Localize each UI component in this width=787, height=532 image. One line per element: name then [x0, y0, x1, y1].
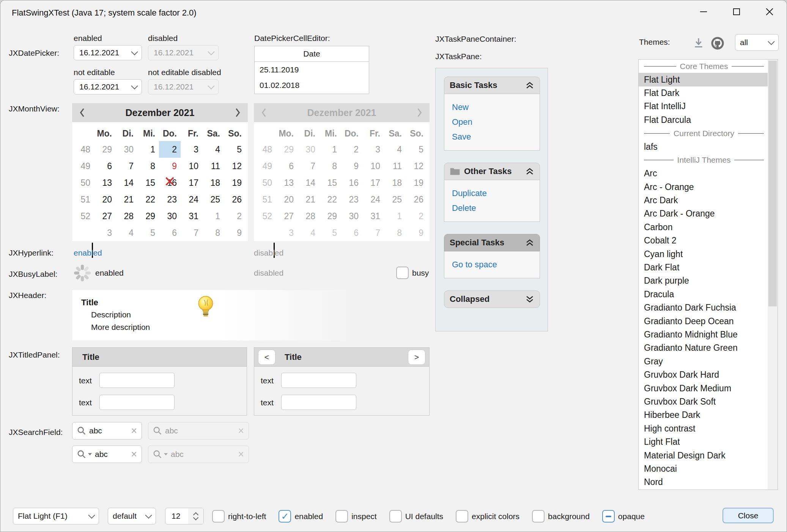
search-input[interactable]	[95, 450, 128, 459]
theme-list-item[interactable]: Flat IntelliJ Flat IntelliJ	[639, 100, 768, 113]
day-cell[interactable]: 17	[181, 174, 202, 191]
theme-list-item[interactable]: High contrast High contrast	[639, 422, 768, 435]
close-button[interactable]: Close	[722, 508, 774, 523]
day-cell[interactable]: 1	[137, 141, 159, 158]
day-cell[interactable]: 11	[202, 158, 224, 174]
day-cell[interactable]: 30	[116, 141, 137, 158]
themes-filter-combobox[interactable]: all	[735, 34, 779, 51]
text-input[interactable]	[99, 395, 175, 410]
option-checkbox[interactable]: ✓ enabled	[279, 510, 323, 523]
day-cell[interactable]: 1	[202, 208, 224, 224]
theme-list-item[interactable]: Dracula Dracula	[639, 288, 768, 301]
clear-search-icon[interactable]: ×	[131, 449, 137, 460]
theme-list-item[interactable]: Flat Light Flat Light	[639, 73, 768, 86]
theme-list-item[interactable]: IntelliJ Themes IntelliJ Themes	[639, 154, 768, 167]
day-cell[interactable]: 28	[116, 208, 137, 224]
theme-list-item[interactable]: Gradianto Midnight Blue Gradianto Midnig…	[639, 328, 768, 341]
day-cell[interactable]: 8	[202, 224, 224, 241]
day-cell[interactable]: 24	[181, 191, 202, 208]
day-cell[interactable]: 9	[224, 224, 246, 241]
day-cell[interactable]: 3	[181, 141, 202, 158]
theme-list-item[interactable]: Monocai Monocai	[639, 462, 768, 476]
search-dropdown-icon[interactable]	[88, 453, 92, 455]
table-row[interactable]: 25.11.2019	[255, 62, 369, 77]
day-cell[interactable]: 19	[224, 174, 246, 191]
search-input[interactable]	[89, 426, 128, 435]
day-cell[interactable]: 29	[137, 208, 159, 224]
day-cell[interactable]: 21	[116, 191, 137, 208]
download-icon[interactable]	[693, 37, 705, 49]
close-window-button[interactable]	[758, 3, 781, 20]
day-cell[interactable]: 2	[224, 208, 246, 224]
day-cell[interactable]: 15	[137, 174, 159, 191]
taskpane-header[interactable]: Basic Tasks	[444, 77, 540, 94]
spinner-buttons[interactable]	[188, 508, 203, 524]
theme-list-item[interactable]: Carbon Carbon	[639, 221, 768, 234]
text-input[interactable]	[281, 395, 356, 410]
task-link[interactable]: Go to space	[452, 260, 532, 270]
theme-list-item[interactable]: Arc Dark Arc Dark	[639, 194, 768, 207]
theme-list-item[interactable]: Gradianto Dark Fuchsia Gradianto Dark Fu…	[639, 301, 768, 314]
task-link[interactable]: Open	[452, 117, 532, 127]
taskpane-header[interactable]: Special Tasks	[444, 234, 540, 251]
theme-list-item[interactable]: Flat Darcula Flat Darcula	[639, 113, 768, 127]
task-link[interactable]: Save	[452, 132, 532, 142]
day-cell[interactable]: 14	[116, 174, 137, 191]
maximize-button[interactable]	[725, 3, 748, 20]
day-cell[interactable]: 20	[94, 191, 116, 208]
day-cell[interactable]: 29	[94, 141, 116, 158]
taskpane-header[interactable]: Collapsed	[444, 290, 540, 308]
task-link[interactable]: Duplicate	[452, 188, 532, 198]
day-cell[interactable]: 5	[137, 224, 159, 241]
datepicker-not-editable[interactable]: 16.12.2021	[74, 79, 142, 94]
theme-list-item[interactable]: Flat Dark Flat Dark	[639, 86, 768, 100]
themes-scrollbar[interactable]	[768, 60, 778, 490]
theme-list-item[interactable]: Arc - Orange Arc - Orange	[639, 180, 768, 194]
day-cell[interactable]: 6	[94, 158, 116, 174]
theme-list-item[interactable]: Arc Dark - Orange Arc Dark - Orange	[639, 207, 768, 220]
table-row[interactable]: 01.02.2018	[255, 77, 369, 93]
searchfield-dropdown-enabled[interactable]: ×	[72, 446, 142, 463]
day-cell[interactable]: 23	[159, 191, 181, 208]
laf-combobox[interactable]: Flat Light (F1)	[13, 508, 99, 524]
datepicker-dropdown-button[interactable]	[127, 85, 142, 89]
task-link[interactable]: Delete	[452, 203, 532, 213]
github-icon[interactable]	[710, 36, 725, 50]
theme-list-item[interactable]: Arc Arc	[639, 167, 768, 180]
theme-list-item[interactable]: Nord Nord	[639, 476, 768, 489]
day-cell[interactable]: 6	[159, 224, 181, 241]
option-checkbox[interactable]: ✓ UI defaults	[389, 510, 443, 523]
day-cell[interactable]: 10	[181, 158, 202, 174]
theme-list-item[interactable]: Gruvbox Dark Hard Gruvbox Dark Hard	[639, 368, 768, 381]
theme-list-item[interactable]: Core Themes Core Themes	[639, 60, 768, 73]
task-link[interactable]: New	[452, 102, 532, 112]
option-checkbox[interactable]: ✓ opaque	[602, 510, 645, 523]
minimize-button[interactable]	[692, 3, 715, 20]
busy-checkbox[interactable]: ✓ busy	[396, 267, 429, 279]
theme-list-item[interactable]: Gruvbox Dark Soft Gruvbox Dark Soft	[639, 395, 768, 408]
titledpanel-prev-button[interactable]: <	[258, 350, 275, 365]
theme-list-item[interactable]: Gray Gray	[639, 355, 768, 368]
day-cell[interactable]: 26	[224, 191, 246, 208]
day-cell[interactable]: 7	[116, 158, 137, 174]
theme-list-item[interactable]: Gradianto Deep Ocean Gradianto Deep Ocea…	[639, 314, 768, 328]
theme-list-item[interactable]: Hiberbee Dark Hiberbee Dark	[639, 408, 768, 422]
text-input[interactable]	[99, 373, 175, 388]
clear-search-icon[interactable]: ×	[131, 426, 137, 436]
titledpanel-next-button[interactable]: >	[408, 350, 425, 365]
day-cell[interactable]: 4	[202, 141, 224, 158]
day-cell[interactable]: 4	[116, 224, 137, 241]
day-cell[interactable]: 8	[137, 158, 159, 174]
taskpane-header[interactable]: Other Tasks	[444, 163, 540, 180]
font-size-spinner[interactable]: 12	[165, 508, 204, 524]
option-checkbox[interactable]: ✓ right-to-left	[212, 510, 266, 523]
day-cell[interactable]: 9	[159, 158, 181, 174]
day-cell[interactable]: 13	[94, 174, 116, 191]
day-cell[interactable]: 5	[224, 141, 246, 158]
day-cell[interactable]: 7	[181, 224, 202, 241]
datepicker-enabled[interactable]: 16.12.2021	[74, 45, 142, 60]
datepicker-dropdown-button[interactable]	[127, 50, 142, 55]
day-cell[interactable]: 2	[159, 141, 181, 158]
day-cell[interactable]: 27	[94, 208, 116, 224]
option-checkbox[interactable]: ✓ inspect	[335, 510, 377, 523]
